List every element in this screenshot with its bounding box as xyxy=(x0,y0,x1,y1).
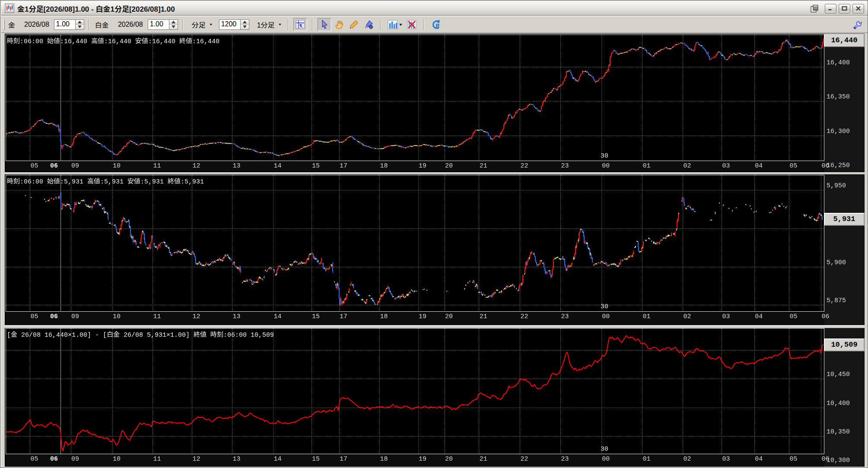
bar-count-up-button[interactable] xyxy=(241,20,249,25)
settings-wrench-icon[interactable] xyxy=(852,19,863,31)
bar-type-dropdown[interactable]: 分足 ▼ xyxy=(190,19,215,30)
app-window: 金1分足[2026/08]1.00 - 白金1分足[2026/08]1.00 金… xyxy=(0,0,868,468)
chevron-down-icon: ▼ xyxy=(209,23,213,26)
platinum-multiplier-down-button[interactable] xyxy=(169,25,178,29)
toolbar-separator xyxy=(288,19,289,30)
bar-type-label: 分足 xyxy=(192,19,206,30)
gold-multiplier-up-button[interactable] xyxy=(76,20,84,25)
svg-text:R: R xyxy=(436,22,440,28)
window-title: 金1分足[2026/08]1.00 - 白金1分足[2026/08]1.00 xyxy=(17,3,175,14)
close-button[interactable] xyxy=(852,4,864,13)
bar-count-input[interactable]: 1200 xyxy=(219,19,240,30)
close-icon xyxy=(855,6,861,11)
pointer-icon xyxy=(319,19,330,30)
hand-pan-icon xyxy=(334,19,344,30)
gold-month: 2026/08 xyxy=(24,21,49,28)
bar-count-down-button[interactable] xyxy=(241,25,249,29)
maximize-button[interactable] xyxy=(839,4,850,13)
gold-multiplier-input[interactable]: 1.00 xyxy=(54,19,75,30)
toolbar: 金 2026/08 1.00 白金 2026/08 1.00 分足 ▼ 1200 xyxy=(1,16,868,33)
minimize-button[interactable] xyxy=(825,4,836,13)
toolbar-separator xyxy=(89,19,89,30)
time-range-select-icon xyxy=(295,19,305,30)
maximize-icon xyxy=(842,6,847,11)
toolbar-separator xyxy=(380,19,381,30)
toolbar-separator xyxy=(182,19,183,30)
gold-multiplier-spinner: 1.00 xyxy=(54,19,84,30)
clear-overlays-icon xyxy=(407,19,417,30)
clear-overlays-button[interactable] xyxy=(405,18,419,31)
reload-button[interactable]: R xyxy=(429,18,443,31)
cascade-windows-icon[interactable] xyxy=(810,4,819,13)
toolbar-grip[interactable] xyxy=(3,19,5,30)
spinner-buttons xyxy=(240,19,249,30)
time-range-select-button[interactable] xyxy=(293,18,307,31)
platinum-multiplier-input[interactable]: 1.00 xyxy=(148,19,169,30)
bar-style-icon xyxy=(387,19,403,30)
toolbar-separator xyxy=(312,19,313,30)
app-icon xyxy=(5,3,14,13)
bar-style-button[interactable] xyxy=(386,18,404,31)
window-controls xyxy=(810,1,864,16)
platinum-month: 2026/08 xyxy=(118,21,143,28)
pencil-tool-button[interactable] xyxy=(347,18,361,31)
marker-tool-button[interactable] xyxy=(362,18,375,31)
bar-count-spinner: 1200 xyxy=(219,19,249,30)
gold-multiplier-down-button[interactable] xyxy=(76,25,84,29)
chart-area: 時刻:06:00 始値:16,440 高値:16,440 安値:16,440 終… xyxy=(1,33,868,468)
pointer-tool-button[interactable] xyxy=(318,18,331,31)
interval-label: 1分足 xyxy=(257,19,275,30)
marker-icon xyxy=(363,19,374,30)
minimize-icon xyxy=(828,6,833,11)
interval-dropdown[interactable]: 1分足 ▼ xyxy=(255,19,284,30)
toolbar-separator xyxy=(423,19,424,30)
spinner-buttons xyxy=(75,19,84,30)
platinum-label: 白金 xyxy=(95,19,109,30)
chart-canvas[interactable] xyxy=(5,34,865,467)
hand-pan-tool-button[interactable] xyxy=(332,18,346,31)
pencil-icon xyxy=(349,19,359,30)
spinner-buttons xyxy=(169,19,178,30)
title-bar[interactable]: 金1分足[2026/08]1.00 - 白金1分足[2026/08]1.00 xyxy=(1,1,868,16)
reload-icon: R xyxy=(430,19,442,30)
gold-label: 金 xyxy=(8,19,15,30)
platinum-multiplier-up-button[interactable] xyxy=(169,20,178,25)
chevron-down-icon: ▼ xyxy=(278,23,282,26)
platinum-multiplier-spinner: 1.00 xyxy=(148,19,178,30)
